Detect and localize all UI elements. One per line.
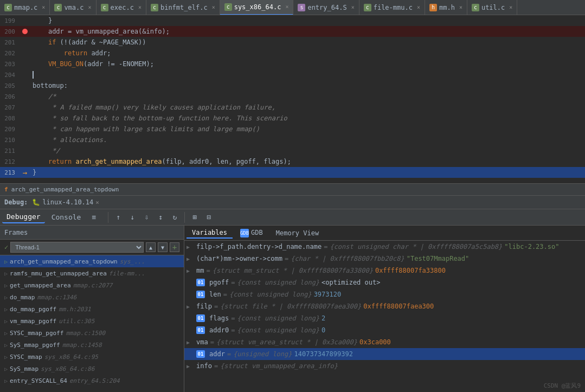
tab-gdb[interactable]: GDBGDB	[235, 228, 268, 239]
line-num-207: 207	[0, 104, 20, 111]
step-out-button[interactable]: ⇩	[140, 211, 153, 223]
var-type-10: {struct vm_unmapped_area_info}	[220, 362, 338, 370]
tab-close-vma[interactable]: ×	[88, 4, 92, 10]
frame-file-10: entry_64.S:204	[69, 377, 120, 384]
var-expand-2[interactable]: ▶	[187, 268, 194, 274]
line-num-209: 209	[0, 126, 20, 133]
tab-close-exec[interactable]: ×	[138, 4, 142, 10]
tab-close-filemmu[interactable]: ×	[417, 4, 420, 10]
arrow-marker: →	[23, 168, 27, 177]
frame-file-2: mmap.c:2077	[73, 282, 113, 289]
var-eq-1: =	[285, 255, 288, 262]
frame-icon-10: ▷	[4, 378, 8, 384]
frame-item-5[interactable]: ▷ vm_mmap_pgoff util.c:305	[0, 315, 184, 327]
frame-name-8: SYSC_mmap	[10, 354, 42, 361]
frame-icon-9: ▷	[4, 366, 8, 372]
frame-item-4[interactable]: ▷ do_mmap_pgoff mm.h:2031	[0, 303, 184, 315]
var-name-6: flags	[209, 314, 229, 322]
tab-close-binfmt[interactable]: ×	[212, 4, 215, 10]
memory-view-button[interactable]: ⊞	[188, 211, 201, 223]
tab-icon-vma: c	[54, 4, 62, 11]
var-expand-10[interactable]: ▶	[187, 363, 194, 369]
registers-button[interactable]: ⊟	[202, 211, 215, 223]
tab-label-exec: exec.c	[111, 4, 134, 11]
var-eq-6: =	[231, 314, 235, 322]
gdb-icon: GDB	[240, 229, 249, 237]
tab-mmh[interactable]: h mm.h ×	[425, 0, 467, 15]
frame-name-1: ramfs_mmu_get_unmapped_area	[10, 270, 107, 277]
tab-memory-view[interactable]: Memory View	[271, 228, 324, 238]
menu-button[interactable]: ≡	[87, 211, 100, 223]
session-close[interactable]: ×	[95, 199, 99, 206]
tab-close-sysx86[interactable]: ×	[285, 4, 288, 10]
breakpoint-200[interactable]	[22, 29, 28, 34]
add-thread-button[interactable]: +	[170, 242, 179, 252]
var-val-8: 0x3ca000	[359, 338, 391, 346]
frame-item-0[interactable]: ▷ arch_get_unmapped_area_topdown sys_...	[0, 255, 184, 267]
var-eq-3: =	[231, 279, 235, 286]
var-expand-1[interactable]: ▶	[187, 256, 194, 262]
step-over-button[interactable]: ↑	[112, 211, 125, 223]
tab-entry64[interactable]: s entry_64.S ×	[293, 0, 359, 15]
run-to-cursor-button[interactable]: ↕	[154, 211, 167, 223]
code-line-205: 205 bottomup:	[0, 80, 585, 91]
thread-selector: ✓ Thread-1 ▲ ▼ +	[0, 240, 184, 255]
line-content-213: }	[30, 169, 585, 176]
line-content-203: VM_BUG_ON(addr != -ENOMEM);	[30, 60, 585, 68]
frame-item-3[interactable]: ▷ do_mmap mmap.c:1346	[0, 291, 184, 303]
tab-variables[interactable]: Variables	[187, 228, 233, 239]
debugger-tab[interactable]: Debugger	[2, 211, 45, 223]
var-expand-0[interactable]: ▶	[187, 244, 194, 250]
frame-icon-4: ▷	[4, 306, 8, 312]
frame-icon-0: ▷	[4, 259, 8, 265]
var-expand-8[interactable]: ▶	[187, 339, 194, 345]
console-tab[interactable]: Console	[47, 211, 86, 223]
variables-panel: Variables GDBGDB Memory View ▶ filp->f_p…	[184, 226, 585, 392]
frame-list: ▷ arch_get_unmapped_area_topdown sys_...…	[0, 255, 184, 392]
frame-item-7[interactable]: ▷ SyS_mmap_pgoff mmap.c:1458	[0, 339, 184, 351]
function-name: arch_get_unmapped_area_topdown	[11, 186, 119, 193]
code-line-203: 203 VM_BUG_ON(addr != -ENOMEM);	[0, 59, 585, 69]
tab-close-mmap[interactable]: ×	[42, 4, 45, 10]
var-eq-9: =	[227, 350, 231, 358]
var-item-3: 01 pgoff = {const unsigned long} <optimi…	[184, 277, 585, 288]
debug-toolbar: Debugger Console ≡ ↑ ↓ ⇩ ↕ ↻ ⊞ ⊟	[0, 209, 585, 226]
line-content-207: * A failed mmap() very likely causes app…	[30, 104, 585, 111]
tab-util[interactable]: c util.c ×	[467, 0, 517, 15]
session-name[interactable]: linux-4.10.14	[42, 198, 93, 206]
tab-vma[interactable]: c vma.c ×	[50, 0, 96, 15]
tab-mmap[interactable]: c mmap.c ×	[0, 0, 50, 15]
evaluate-button[interactable]: ↻	[168, 211, 181, 223]
var-expand-5[interactable]: ▶	[187, 304, 194, 310]
thread-prev[interactable]: ▲	[146, 242, 156, 252]
var-badge-9: 01	[196, 350, 205, 358]
frame-file-4: mm.h:2031	[59, 306, 91, 313]
frame-item-1[interactable]: ▷ ramfs_mmu_get_unmapped_area file-mm...	[0, 267, 184, 279]
tab-close-entry64[interactable]: ×	[351, 4, 355, 10]
tab-close-mmh[interactable]: ×	[459, 4, 462, 10]
tab-label-sysx86: sys_x86_64.c	[234, 3, 281, 11]
frame-item-2[interactable]: ▷ get_unmapped_area mmap.c:2077	[0, 279, 184, 291]
tab-sysx86[interactable]: c sys_x86_64.c ×	[220, 0, 294, 15]
frame-name-0: arch_get_unmapped_area_topdown	[10, 258, 118, 265]
tab-binfmt[interactable]: c binfmt_elf.c ×	[146, 0, 220, 15]
tab-filemmu[interactable]: c file-mmu.c ×	[359, 0, 425, 15]
step-into-button[interactable]: ↓	[126, 211, 139, 223]
var-val-3: <optimized out>	[322, 279, 380, 286]
frame-file-9: sys_x86_64.c:86	[41, 365, 94, 372]
tab-icon-binfmt: c	[151, 4, 158, 11]
var-val-0: "libc-2.23.so"	[504, 243, 559, 250]
tab-icon-exec: c	[101, 4, 108, 11]
frame-item-8[interactable]: ▷ SYSC_mmap sys_x86_64.c:95	[0, 351, 184, 363]
thread-select[interactable]: Thread-1	[10, 242, 144, 253]
thread-next[interactable]: ▼	[158, 242, 168, 252]
tab-close-util[interactable]: ×	[509, 4, 512, 10]
tab-exec[interactable]: c exec.c ×	[97, 0, 146, 15]
line-num-206: 206	[0, 93, 20, 100]
code-lines: 199 } 200 addr = vm_unmapped_area(&info)…	[0, 15, 585, 178]
frame-item-10[interactable]: ▷ entry_SYSCALL_64 entry_64.S:204	[0, 375, 184, 387]
frame-item-9[interactable]: ▷ SyS_mmap sys_x86_64.c:86	[0, 363, 184, 375]
line-content-199: }	[30, 17, 585, 24]
frame-item-6[interactable]: ▷ SYSC_mmap_pgoff mmap.c:1500	[0, 327, 184, 339]
frame-name-7: SyS_mmap_pgoff	[10, 342, 60, 349]
